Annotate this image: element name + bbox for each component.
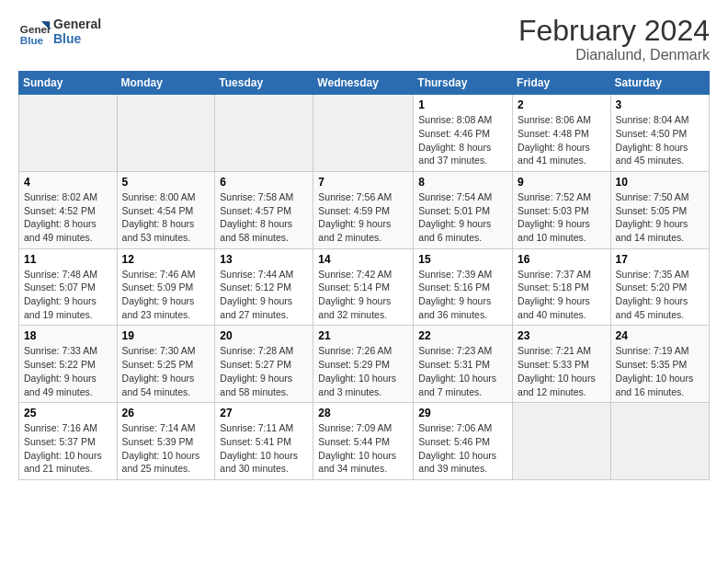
calendar-cell: 12Sunrise: 7:46 AM Sunset: 5:09 PM Dayli… [117, 248, 215, 326]
day-number: 13 [220, 253, 308, 266]
calendar-cell: 6Sunrise: 7:58 AM Sunset: 4:57 PM Daylig… [215, 171, 313, 248]
page: General Blue General Blue February 2024 … [0, 0, 728, 489]
calendar-week-2: 11Sunrise: 7:48 AM Sunset: 5:07 PM Dayli… [19, 248, 710, 326]
day-number: 23 [518, 329, 606, 342]
calendar-cell: 17Sunrise: 7:35 AM Sunset: 5:20 PM Dayli… [610, 248, 709, 326]
svg-text:Blue: Blue [20, 34, 44, 46]
calendar-cell: 5Sunrise: 8:00 AM Sunset: 4:54 PM Daylig… [117, 171, 215, 248]
day-number: 8 [418, 176, 507, 189]
day-info: Sunrise: 7:35 AM Sunset: 5:20 PM Dayligh… [616, 268, 704, 322]
title-block: February 2024 Dianalund, Denmark [518, 15, 710, 63]
calendar-week-0: 1Sunrise: 8:08 AM Sunset: 4:46 PM Daylig… [19, 95, 710, 172]
day-number: 19 [122, 329, 210, 342]
day-number: 4 [24, 176, 112, 189]
calendar-cell: 1Sunrise: 8:08 AM Sunset: 4:46 PM Daylig… [414, 95, 513, 172]
calendar-cell: 23Sunrise: 7:21 AM Sunset: 5:33 PM Dayli… [513, 326, 611, 403]
day-header-monday: Monday [117, 72, 215, 95]
day-header-thursday: Thursday [414, 72, 513, 95]
calendar-cell: 9Sunrise: 7:52 AM Sunset: 5:03 PM Daylig… [513, 171, 611, 248]
calendar-cell: 11Sunrise: 7:48 AM Sunset: 5:07 PM Dayli… [19, 248, 118, 326]
day-number: 22 [418, 329, 507, 342]
calendar-week-3: 18Sunrise: 7:33 AM Sunset: 5:22 PM Dayli… [19, 326, 710, 403]
day-number: 17 [616, 253, 704, 266]
calendar-cell: 2Sunrise: 8:06 AM Sunset: 4:48 PM Daylig… [513, 95, 611, 172]
day-number: 29 [418, 407, 507, 419]
header: General Blue General Blue February 2024 … [18, 15, 710, 63]
day-info: Sunrise: 8:06 AM Sunset: 4:48 PM Dayligh… [518, 113, 606, 167]
day-info: Sunrise: 7:09 AM Sunset: 5:44 PM Dayligh… [318, 421, 408, 476]
calendar-cell: 4Sunrise: 8:02 AM Sunset: 4:52 PM Daylig… [19, 171, 118, 248]
day-header-tuesday: Tuesday [215, 72, 313, 95]
calendar-cell: 10Sunrise: 7:50 AM Sunset: 5:05 PM Dayli… [610, 171, 709, 248]
logo-icon: General Blue [18, 15, 51, 48]
day-info: Sunrise: 7:14 AM Sunset: 5:39 PM Dayligh… [122, 421, 210, 476]
day-number: 20 [220, 329, 308, 342]
day-header-wednesday: Wednesday [313, 72, 414, 95]
calendar-week-4: 25Sunrise: 7:16 AM Sunset: 5:37 PM Dayli… [19, 403, 710, 480]
day-header-saturday: Saturday [610, 72, 709, 95]
calendar-cell: 25Sunrise: 7:16 AM Sunset: 5:37 PM Dayli… [19, 403, 118, 480]
calendar-cell: 29Sunrise: 7:06 AM Sunset: 5:46 PM Dayli… [414, 403, 513, 480]
calendar-cell: 16Sunrise: 7:37 AM Sunset: 5:18 PM Dayli… [513, 248, 611, 326]
day-number: 11 [24, 253, 112, 266]
day-info: Sunrise: 8:04 AM Sunset: 4:50 PM Dayligh… [616, 113, 704, 167]
calendar-cell: 3Sunrise: 8:04 AM Sunset: 4:50 PM Daylig… [610, 95, 709, 172]
day-number: 16 [518, 253, 606, 266]
day-info: Sunrise: 8:08 AM Sunset: 4:46 PM Dayligh… [418, 113, 507, 167]
day-info: Sunrise: 7:48 AM Sunset: 5:07 PM Dayligh… [24, 268, 112, 322]
day-info: Sunrise: 7:21 AM Sunset: 5:33 PM Dayligh… [518, 344, 606, 398]
calendar-header-row: SundayMondayTuesdayWednesdayThursdayFrid… [19, 72, 710, 95]
calendar-cell: 24Sunrise: 7:19 AM Sunset: 5:35 PM Dayli… [610, 326, 709, 403]
calendar-cell: 8Sunrise: 7:54 AM Sunset: 5:01 PM Daylig… [414, 171, 513, 248]
calendar-cell: 18Sunrise: 7:33 AM Sunset: 5:22 PM Dayli… [19, 326, 118, 403]
day-number: 27 [220, 407, 308, 419]
day-info: Sunrise: 7:42 AM Sunset: 5:14 PM Dayligh… [318, 268, 408, 322]
calendar-cell [117, 95, 215, 172]
day-info: Sunrise: 8:02 AM Sunset: 4:52 PM Dayligh… [24, 190, 112, 245]
calendar-title: February 2024 [518, 15, 710, 47]
calendar-cell: 28Sunrise: 7:09 AM Sunset: 5:44 PM Dayli… [313, 403, 414, 480]
day-info: Sunrise: 7:46 AM Sunset: 5:09 PM Dayligh… [122, 268, 210, 322]
calendar-cell: 27Sunrise: 7:11 AM Sunset: 5:41 PM Dayli… [215, 403, 313, 480]
calendar-cell: 22Sunrise: 7:23 AM Sunset: 5:31 PM Dayli… [414, 326, 513, 403]
day-number: 10 [616, 176, 704, 189]
day-header-friday: Friday [513, 72, 611, 95]
day-info: Sunrise: 7:28 AM Sunset: 5:27 PM Dayligh… [220, 344, 308, 398]
day-info: Sunrise: 7:44 AM Sunset: 5:12 PM Dayligh… [220, 268, 308, 322]
calendar-cell [313, 95, 414, 172]
day-info: Sunrise: 7:23 AM Sunset: 5:31 PM Dayligh… [418, 344, 507, 398]
day-number: 3 [616, 98, 704, 111]
day-number: 2 [518, 98, 606, 111]
day-info: Sunrise: 7:39 AM Sunset: 5:16 PM Dayligh… [418, 268, 507, 322]
day-info: Sunrise: 7:11 AM Sunset: 5:41 PM Dayligh… [220, 421, 308, 476]
day-info: Sunrise: 7:19 AM Sunset: 5:35 PM Dayligh… [616, 344, 704, 398]
day-info: Sunrise: 7:30 AM Sunset: 5:25 PM Dayligh… [122, 344, 210, 398]
logo: General Blue General Blue [18, 15, 101, 48]
day-number: 24 [616, 329, 704, 342]
calendar-cell: 20Sunrise: 7:28 AM Sunset: 5:27 PM Dayli… [215, 326, 313, 403]
calendar-week-1: 4Sunrise: 8:02 AM Sunset: 4:52 PM Daylig… [19, 171, 710, 248]
calendar-cell: 13Sunrise: 7:44 AM Sunset: 5:12 PM Dayli… [215, 248, 313, 326]
logo-text-1: General [53, 17, 101, 31]
day-number: 28 [318, 407, 408, 419]
day-info: Sunrise: 7:06 AM Sunset: 5:46 PM Dayligh… [418, 421, 507, 476]
day-number: 9 [518, 176, 606, 189]
calendar-cell [610, 403, 709, 480]
calendar-cell: 7Sunrise: 7:56 AM Sunset: 4:59 PM Daylig… [313, 171, 414, 248]
day-number: 18 [24, 329, 112, 342]
calendar-cell [513, 403, 611, 480]
day-header-sunday: Sunday [19, 72, 118, 95]
calendar-subtitle: Dianalund, Denmark [518, 47, 710, 63]
calendar-cell: 19Sunrise: 7:30 AM Sunset: 5:25 PM Dayli… [117, 326, 215, 403]
day-info: Sunrise: 7:54 AM Sunset: 5:01 PM Dayligh… [418, 190, 507, 245]
calendar-cell: 15Sunrise: 7:39 AM Sunset: 5:16 PM Dayli… [414, 248, 513, 326]
day-info: Sunrise: 7:56 AM Sunset: 4:59 PM Dayligh… [318, 190, 408, 245]
day-number: 25 [24, 407, 112, 419]
day-number: 21 [318, 329, 408, 342]
day-info: Sunrise: 7:50 AM Sunset: 5:05 PM Dayligh… [616, 190, 704, 245]
day-info: Sunrise: 7:16 AM Sunset: 5:37 PM Dayligh… [24, 421, 112, 476]
calendar-cell [19, 95, 118, 172]
calendar-cell: 14Sunrise: 7:42 AM Sunset: 5:14 PM Dayli… [313, 248, 414, 326]
calendar-cell: 21Sunrise: 7:26 AM Sunset: 5:29 PM Dayli… [313, 326, 414, 403]
calendar-cell: 26Sunrise: 7:14 AM Sunset: 5:39 PM Dayli… [117, 403, 215, 480]
